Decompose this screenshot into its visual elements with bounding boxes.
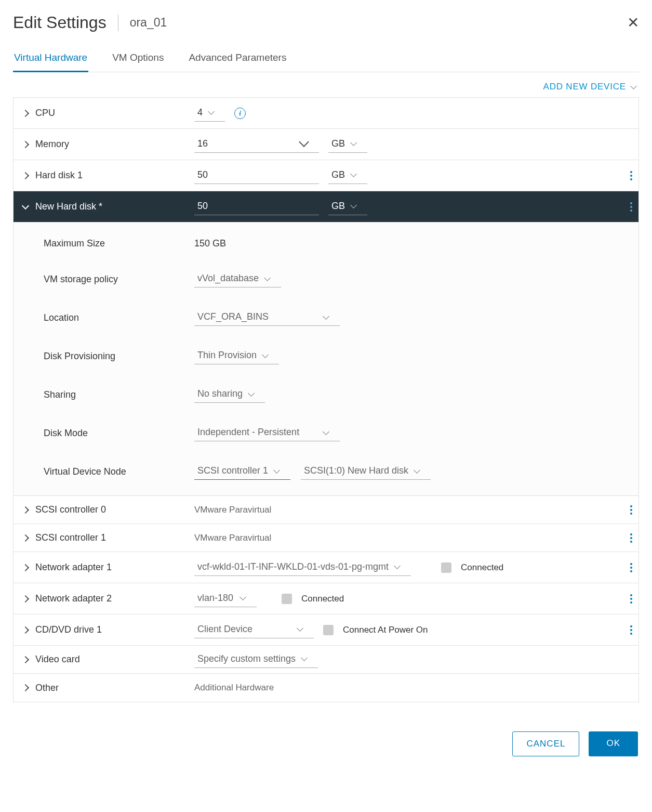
tab-vm-options[interactable]: VM Options [111,52,165,72]
row-actions-menu[interactable] [630,171,632,180]
new-hd-size-input[interactable]: 50 [194,199,319,215]
memory-value-input[interactable]: 16 [194,136,319,153]
net1-portgroup-select[interactable]: vcf-wkld-01-IT-INF-WKLD-01-vds-01-pg-mgm… [194,559,411,576]
chevron-down-icon [297,625,303,632]
row-label-other[interactable]: Other [23,683,194,693]
row-label-scsi-1[interactable]: SCSI controller 1 [23,532,194,543]
row-label-cd-dvd[interactable]: CD/DVD drive 1 [23,624,194,635]
chevron-down-icon [350,139,357,146]
sharing-select[interactable]: No sharing [194,386,265,403]
detail-label-disk-mode: Disk Mode [44,428,194,439]
info-icon[interactable]: i [234,108,246,119]
chevron-right-icon [22,684,29,691]
cancel-button[interactable]: CANCEL [512,731,579,756]
chevron-down-icon [350,171,357,177]
detail-label-max-size: Maximum Size [44,238,194,249]
cd-device-select[interactable]: Client Device [194,622,314,638]
row-label-hard-disk-1[interactable]: Hard disk 1 [23,170,194,181]
row-network-1: Network adapter 1 vcf-wkld-01-IT-INF-WKL… [14,552,638,583]
ok-button[interactable]: OK [589,731,638,756]
hd1-size-input[interactable]: 50 [194,167,319,184]
other-value: Additional Hardware [194,683,274,693]
row-video-card: Video card Specify custom settings [14,646,638,674]
dialog-footer: CANCEL OK [13,731,639,756]
tab-bar: Virtual Hardware VM Options Advanced Par… [13,52,639,72]
new-hd-unit-select[interactable]: GB [328,199,367,215]
row-label-scsi-0[interactable]: SCSI controller 0 [23,504,194,515]
chevron-right-icon [22,595,29,602]
memory-unit-select[interactable]: GB [328,136,367,153]
close-icon[interactable]: ✕ [627,16,639,30]
dialog-title: Edit Settings [13,13,107,32]
chevron-down-icon [350,202,357,208]
chevron-down-icon [273,467,280,474]
chevron-right-icon [22,626,29,633]
dialog-subtitle: ora_01 [130,16,167,30]
net2-portgroup-select[interactable]: vlan-180 [194,591,257,607]
row-actions-menu[interactable] [630,625,632,635]
row-label-cpu[interactable]: CPU [23,108,194,119]
row-label-memory[interactable]: Memory [23,139,194,150]
chevron-down-icon [323,428,329,435]
chevron-right-icon [22,172,29,179]
row-label-network-1[interactable]: Network adapter 1 [23,562,194,573]
cd-connect-poweron-checkbox[interactable] [323,625,334,635]
add-new-device-button[interactable]: ADD NEW DEVICE [543,82,636,92]
hardware-list: CPU 4 i Memory 16 GB [13,97,639,702]
disk-mode-select[interactable]: Independent - Persistent [194,425,340,441]
location-select[interactable]: VCF_ORA_BINS [194,309,340,326]
tab-virtual-hardware[interactable]: Virtual Hardware [13,52,88,72]
row-actions-menu[interactable] [630,202,632,212]
chevron-down-icon [262,351,269,358]
hd1-unit-select[interactable]: GB [328,167,367,184]
chevron-down-icon [630,83,637,89]
dialog-header: Edit Settings ora_01 ✕ [13,13,639,32]
net1-connected-label: Connected [461,562,503,573]
row-scsi-0: SCSI controller 0 VMware Paravirtual [14,496,638,524]
row-label-video-card[interactable]: Video card [23,654,194,665]
tab-advanced-parameters[interactable]: Advanced Parameters [188,52,287,72]
row-new-hard-disk: New Hard disk * 50 GB [14,191,638,222]
row-actions-menu[interactable] [630,563,632,572]
storage-policy-select[interactable]: vVol_database [194,271,281,287]
title-separator [118,15,118,31]
chevron-right-icon [22,506,29,513]
chevron-right-icon [22,656,29,663]
add-device-bar: ADD NEW DEVICE [13,72,639,97]
detail-label-provisioning: Disk Provisioning [44,351,194,362]
row-actions-menu[interactable] [630,594,632,604]
cpu-count-select[interactable]: 4 [194,105,225,122]
chevron-down-icon [299,137,309,147]
video-settings-select[interactable]: Specify custom settings [194,651,318,668]
row-actions-menu[interactable] [630,505,632,515]
new-hard-disk-detail: Maximum Size 150 GB VM storage policy vV… [14,222,638,496]
net1-connected-checkbox[interactable] [441,562,451,573]
scsi-1-type: VMware Paravirtual [194,533,271,543]
net2-connected-label: Connected [301,594,344,604]
detail-value-max-size: 150 GB [194,238,226,249]
chevron-down-icon [323,313,329,320]
row-label-network-2[interactable]: Network adapter 2 [23,593,194,604]
row-memory: Memory 16 GB [14,129,638,160]
chevron-right-icon [22,534,29,541]
scsi-0-type: VMware Paravirtual [194,505,271,515]
vdn-controller-select[interactable]: SCSI controller 1 [194,463,290,480]
chevron-right-icon [22,564,29,571]
provisioning-select[interactable]: Thin Provision [194,348,279,364]
detail-label-location: Location [44,312,194,323]
row-hard-disk-1: Hard disk 1 50 GB [14,160,638,191]
add-new-device-label: ADD NEW DEVICE [543,82,627,92]
detail-label-virtual-device-node: Virtual Device Node [44,466,194,477]
row-label-new-hard-disk[interactable]: New Hard disk * [23,201,194,212]
vdn-slot-select[interactable]: SCSI(1:0) New Hard disk [301,463,431,480]
chevron-down-icon [301,654,308,661]
row-cd-dvd: CD/DVD drive 1 Client Device Connect At … [14,614,638,646]
net2-connected-checkbox[interactable] [282,594,292,604]
row-scsi-1: SCSI controller 1 VMware Paravirtual [14,524,638,552]
row-actions-menu[interactable] [630,533,632,543]
cd-connect-poweron-label: Connect At Power On [343,625,428,635]
chevron-down-icon [394,562,401,569]
chevron-down-icon [264,274,271,281]
chevron-right-icon [22,109,29,116]
row-cpu: CPU 4 i [14,98,638,129]
